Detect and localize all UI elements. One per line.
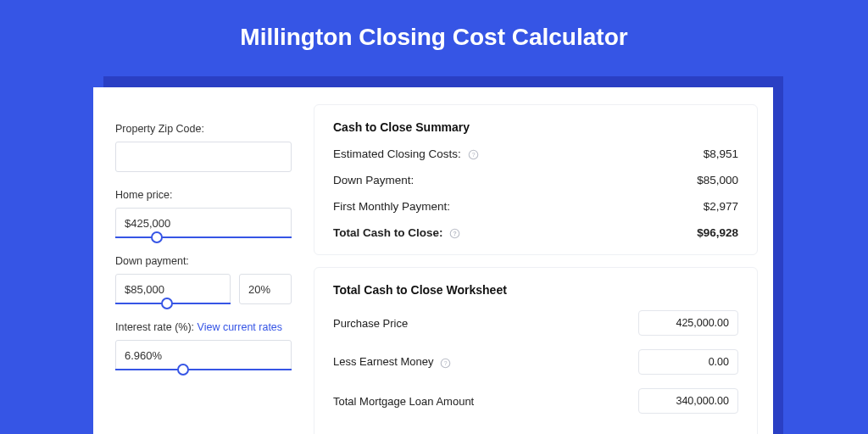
svg-text:?: ?: [453, 230, 458, 237]
zip-label: Property Zip Code:: [115, 123, 292, 135]
summary-total-label: Total Cash to Close: ?: [333, 226, 460, 239]
summary-total-row: Total Cash to Close: ? $96,928: [333, 226, 738, 239]
slider-thumb[interactable]: [177, 364, 189, 376]
worksheet-panel: Total Cash to Close Worksheet Purchase P…: [314, 267, 758, 434]
summary-row: First Monthly Payment: $2,977: [333, 200, 738, 213]
home-price-slider[interactable]: [115, 236, 292, 238]
slider-track: [115, 236, 292, 238]
summary-total-value: $96,928: [697, 226, 738, 239]
summary-row: Estimated Closing Costs: ? $8,951: [333, 147, 738, 160]
page-title: Millington Closing Cost Calculator: [0, 0, 868, 70]
worksheet-row-label: Less Earnest Money ?: [333, 355, 451, 368]
purchase-price-input[interactable]: [638, 310, 738, 336]
down-payment-label: Down payment:: [115, 255, 292, 267]
zip-field-group: Property Zip Code:: [115, 123, 292, 172]
zip-input[interactable]: [115, 142, 292, 172]
worksheet-row-label: Total Mortgage Loan Amount: [333, 395, 474, 408]
svg-text:?: ?: [444, 359, 448, 366]
worksheet-heading: Total Cash to Close Worksheet: [333, 283, 738, 297]
summary-row-label: Estimated Closing Costs: ?: [333, 147, 479, 160]
help-icon[interactable]: ?: [449, 228, 460, 239]
worksheet-row: Total Mortgage Loan Amount: [333, 388, 738, 414]
summary-row-value: $2,977: [704, 200, 738, 213]
view-rates-link[interactable]: View current rates: [198, 321, 283, 333]
worksheet-row: Purchase Price: [333, 310, 738, 336]
summary-heading: Cash to Close Summary: [333, 120, 738, 134]
down-payment-slider[interactable]: [115, 303, 231, 304]
mortgage-loan-input[interactable]: [638, 388, 738, 414]
summary-row-value: $85,000: [697, 174, 738, 186]
interest-field-group: Interest rate (%): View current rates: [115, 321, 292, 370]
help-icon[interactable]: ?: [468, 149, 479, 160]
summary-row-value: $8,951: [704, 147, 738, 160]
home-price-label: Home price:: [115, 189, 292, 201]
calculator-card: Property Zip Code: Home price: Down paym…: [93, 87, 773, 434]
summary-row-label: Down Payment:: [333, 174, 414, 186]
interest-input[interactable]: [115, 340, 292, 370]
worksheet-row-label: Purchase Price: [333, 317, 408, 330]
down-payment-pct-input[interactable]: [239, 274, 292, 304]
worksheet-row: Less Earnest Money ?: [333, 349, 738, 375]
earnest-money-input[interactable]: [638, 349, 738, 375]
slider-track: [115, 369, 292, 370]
home-price-input[interactable]: [115, 208, 292, 238]
down-payment-input[interactable]: [115, 274, 231, 304]
summary-row-label: First Monthly Payment:: [333, 200, 450, 213]
slider-thumb[interactable]: [151, 231, 163, 243]
interest-slider[interactable]: [115, 369, 292, 370]
down-payment-field-group: Down payment:: [115, 255, 292, 304]
results-column: Cash to Close Summary Estimated Closing …: [314, 87, 773, 434]
inputs-column: Property Zip Code: Home price: Down paym…: [93, 87, 314, 434]
slider-thumb[interactable]: [161, 298, 173, 309]
svg-text:?: ?: [471, 151, 475, 159]
summary-panel: Cash to Close Summary Estimated Closing …: [314, 104, 758, 255]
interest-label-text: Interest rate (%):: [115, 321, 198, 333]
help-icon[interactable]: ?: [440, 358, 451, 369]
summary-row: Down Payment: $85,000: [333, 174, 738, 186]
home-price-field-group: Home price:: [115, 189, 292, 238]
interest-label: Interest rate (%): View current rates: [115, 321, 292, 333]
